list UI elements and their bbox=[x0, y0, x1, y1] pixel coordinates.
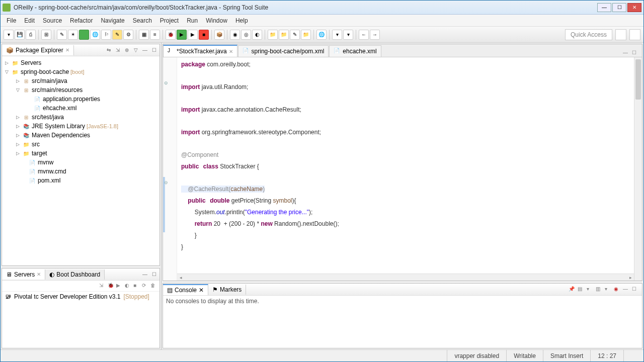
folder2-button[interactable]: 📁 bbox=[279, 30, 289, 40]
scrollbar-thumb[interactable] bbox=[635, 59, 641, 100]
close-button[interactable]: ✕ bbox=[627, 3, 641, 12]
horizontal-scrollbar[interactable]: ◂ ▸ bbox=[177, 274, 634, 281]
tree-project[interactable]: ▽📁spring-boot-cache[boot] bbox=[2, 67, 159, 76]
boot-dashboard-tab[interactable]: ◐ Boot Dashboard bbox=[45, 269, 105, 280]
highlight-button[interactable]: ✎ bbox=[112, 30, 122, 40]
perspective-java-button[interactable] bbox=[615, 29, 626, 40]
run-green-button[interactable] bbox=[79, 30, 89, 40]
new-thing-button[interactable]: ◐ bbox=[252, 30, 262, 40]
menu-run[interactable]: Run bbox=[183, 16, 202, 26]
tool2-button[interactable]: ⚙ bbox=[123, 30, 133, 40]
new-pkg-button[interactable]: 📦 bbox=[214, 30, 224, 40]
tree-target[interactable]: ▷📁target bbox=[2, 149, 159, 158]
menu-refactor[interactable]: Refactor bbox=[66, 16, 97, 26]
wand-button[interactable]: ✎ bbox=[57, 30, 67, 40]
tool-button[interactable]: ✶ bbox=[68, 30, 78, 40]
tree-mvnw-cmd[interactable]: 📄mvnw.cmd bbox=[2, 167, 159, 176]
new-class-button[interactable]: ◉ bbox=[230, 30, 240, 40]
drop2-button[interactable]: ▾ bbox=[343, 30, 353, 40]
tree-src-test-java[interactable]: ▷⊞src/test/java bbox=[2, 113, 159, 122]
server-row[interactable]: 🖳 Pivotal tc Server Developer Edition v3… bbox=[2, 292, 159, 302]
grid-button[interactable]: ▦ bbox=[139, 30, 149, 40]
profile-icon[interactable]: ◐ bbox=[125, 283, 132, 290]
tag-button[interactable]: ⚐ bbox=[101, 30, 111, 40]
menu-icon[interactable]: ▽ bbox=[132, 47, 139, 54]
stop-button[interactable]: ■ bbox=[199, 30, 209, 40]
maximize-icon[interactable]: ☐ bbox=[632, 50, 639, 57]
menu-project[interactable]: Project bbox=[156, 16, 183, 26]
maximize-icon[interactable]: ☐ bbox=[632, 286, 639, 293]
debug-button[interactable]: 🐞 bbox=[166, 30, 176, 40]
external-button[interactable]: ▶ bbox=[188, 30, 198, 40]
new-class2-button[interactable]: ◎ bbox=[241, 30, 251, 40]
globe-button[interactable]: 🌐 bbox=[90, 30, 100, 40]
drop1-button[interactable]: ▾ bbox=[332, 30, 342, 40]
clean-icon[interactable]: 🗑 bbox=[150, 283, 157, 290]
menu-file[interactable]: File bbox=[3, 16, 20, 26]
close-icon[interactable]: ✕ bbox=[229, 49, 233, 54]
link-icon[interactable]: ⇲ bbox=[99, 283, 106, 290]
tree-jre[interactable]: ▷📚JRE System Library[JavaSE-1.8] bbox=[2, 122, 159, 131]
minimize-icon[interactable]: — bbox=[623, 286, 630, 293]
tree-src[interactable]: ▷📁src bbox=[2, 140, 159, 149]
stop-icon[interactable]: ■ bbox=[133, 283, 140, 290]
folder1-button[interactable]: 📁 bbox=[268, 30, 278, 40]
save-button[interactable]: 💾 bbox=[15, 30, 25, 40]
markers-tab[interactable]: ⚑ Markers bbox=[208, 285, 246, 295]
editor-tab-stocktracker[interactable]: J *StockTracker.java ✕ bbox=[163, 45, 237, 57]
link-icon[interactable]: ⇲ bbox=[114, 47, 121, 54]
debug-icon[interactable]: 🐞 bbox=[108, 283, 115, 290]
forward-button[interactable]: → bbox=[370, 30, 380, 40]
menu-edit[interactable]: Edit bbox=[20, 16, 39, 26]
menu-search[interactable]: Search bbox=[129, 16, 156, 26]
package-explorer-tab[interactable]: 📦 Package Explorer ✕ bbox=[2, 45, 74, 55]
run-button[interactable]: ▶ bbox=[177, 30, 187, 40]
maximize-icon[interactable]: ☐ bbox=[150, 47, 157, 54]
code-text[interactable]: package com.oreilly.boot; import java.ut… bbox=[177, 57, 634, 281]
back-button[interactable]: ← bbox=[359, 30, 369, 40]
tree-src-main-java[interactable]: ▷⊞src/main/java bbox=[2, 76, 159, 85]
scroll-right-icon[interactable]: ▸ bbox=[627, 274, 634, 281]
wand2-button[interactable]: ✎ bbox=[290, 30, 300, 40]
minimize-icon[interactable]: — bbox=[141, 271, 148, 278]
close-icon[interactable]: ✕ bbox=[37, 272, 41, 277]
close-icon[interactable]: ✕ bbox=[65, 47, 69, 53]
display-icon[interactable]: ▤ bbox=[578, 286, 585, 293]
terminal-icon[interactable]: ◉ bbox=[614, 286, 621, 293]
open-console-icon[interactable]: ▥ bbox=[596, 286, 603, 293]
minimize-icon[interactable]: — bbox=[623, 50, 630, 57]
close-icon[interactable]: ✕ bbox=[199, 287, 204, 294]
menu-source[interactable]: Source bbox=[39, 16, 66, 26]
report-button[interactable]: ≡ bbox=[150, 30, 160, 40]
browse-button[interactable]: 🌐 bbox=[316, 30, 327, 40]
editor-body[interactable]: ⊖ ⊖ package com.oreilly.boot; import jav… bbox=[163, 57, 642, 281]
dropdown2-icon[interactable]: ▾ bbox=[605, 286, 612, 293]
collapse-marker-icon[interactable]: ⊖ bbox=[164, 80, 169, 85]
tree-application-properties[interactable]: 📄application.properties bbox=[2, 95, 159, 104]
toggle-button[interactable]: ⊞ bbox=[41, 30, 51, 40]
vertical-scrollbar[interactable] bbox=[634, 57, 642, 281]
dropdown-icon[interactable]: ▾ bbox=[587, 286, 594, 293]
servers-tab[interactable]: 🖥 Servers ✕ bbox=[2, 269, 45, 280]
tree-mvnw[interactable]: 📄mvnw bbox=[2, 158, 159, 167]
scroll-left-icon[interactable]: ◂ bbox=[177, 274, 184, 281]
perspective-spring-button[interactable] bbox=[629, 29, 640, 40]
tree-maven-deps[interactable]: ▷📚Maven Dependencies bbox=[2, 131, 159, 140]
console-tab[interactable]: ▤ Console ✕ bbox=[163, 284, 208, 295]
menu-navigate[interactable]: Navigate bbox=[97, 16, 128, 26]
maximize-icon[interactable]: ☐ bbox=[150, 271, 157, 278]
new-button[interactable]: ▾ bbox=[4, 30, 14, 40]
tree-servers[interactable]: ▷📁Servers bbox=[2, 58, 159, 67]
maximize-button[interactable]: ☐ bbox=[612, 3, 626, 12]
tree-pom-xml[interactable]: 📄pom.xml bbox=[2, 176, 159, 185]
quick-access-field[interactable]: Quick Access bbox=[565, 29, 612, 40]
minimize-icon[interactable]: — bbox=[141, 47, 148, 54]
tree-ehcache-xml[interactable]: 📄ehcache.xml bbox=[2, 104, 159, 113]
pin-icon[interactable]: 📌 bbox=[569, 286, 576, 293]
editor-gutter[interactable]: ⊖ ⊖ bbox=[163, 57, 177, 281]
collapse-icon[interactable]: ⇆ bbox=[105, 47, 112, 54]
run-icon[interactable]: ▶ bbox=[116, 283, 123, 290]
collapse-marker-icon[interactable]: ⊖ bbox=[164, 180, 169, 185]
save-all-button[interactable]: ⎙ bbox=[26, 30, 36, 40]
focus-icon[interactable]: ⊕ bbox=[123, 47, 130, 54]
